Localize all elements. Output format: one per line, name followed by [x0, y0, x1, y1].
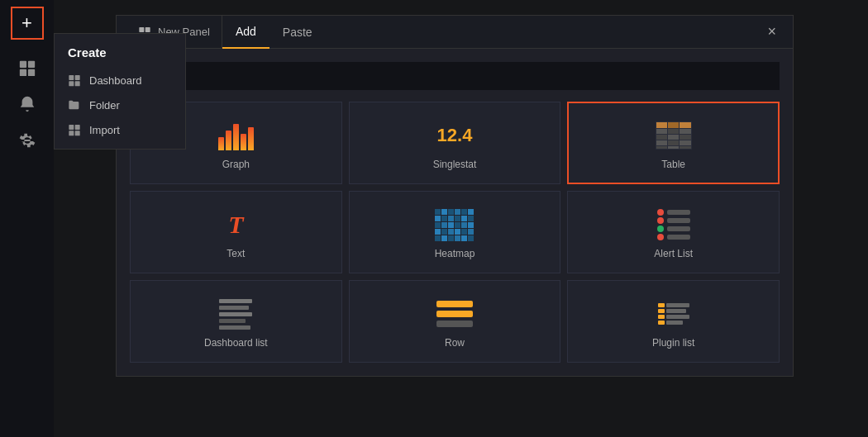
- svg-rect-11: [75, 131, 80, 135]
- panel-item-text[interactable]: T Text: [130, 191, 342, 273]
- panel-item-plugin-list[interactable]: Plugin list: [567, 280, 780, 363]
- panel-item-table[interactable]: Table: [567, 102, 780, 184]
- create-menu-title: Create: [55, 40, 185, 68]
- row-icon: [435, 297, 475, 330]
- panel-item-alert-list-label: Alert List: [654, 248, 693, 259]
- svg-rect-28: [680, 140, 691, 145]
- svg-rect-3: [27, 69, 34, 76]
- svg-rect-18: [668, 122, 679, 128]
- modal-body: Graph 12.4 Singlestat: [117, 49, 793, 376]
- create-menu-item-folder[interactable]: Folder: [55, 93, 185, 117]
- svg-rect-21: [668, 129, 679, 134]
- svg-rect-22: [680, 129, 691, 134]
- sidebar: +: [0, 0, 54, 437]
- panel-item-graph-label: Graph: [222, 159, 250, 170]
- svg-rect-1: [27, 61, 34, 68]
- svg-rect-6: [69, 81, 74, 86]
- search-input[interactable]: [130, 62, 780, 90]
- panel-item-singlestat[interactable]: 12.4 Singlestat: [349, 102, 561, 184]
- panel-item-plugin-list-label: Plugin list: [652, 337, 694, 349]
- panel-item-heatmap[interactable]: Heatmap: [349, 191, 561, 273]
- singlestat-icon: 12.4: [435, 119, 475, 152]
- sidebar-item-settings[interactable]: [11, 124, 44, 157]
- panel-item-row[interactable]: Row: [349, 280, 561, 363]
- panel-modal: New Panel Add Paste × Graph: [116, 15, 794, 377]
- panel-item-singlestat-label: Singlestat: [433, 159, 477, 170]
- heatmap-icon: [435, 208, 475, 241]
- svg-rect-30: [668, 146, 679, 149]
- modal-header: New Panel Add Paste ×: [117, 16, 793, 49]
- dashboard-list-icon: [216, 297, 255, 330]
- panel-item-table-label: Table: [661, 159, 685, 170]
- svg-rect-5: [75, 75, 80, 80]
- svg-rect-10: [69, 131, 74, 135]
- modal-close-button[interactable]: ×: [761, 23, 783, 40]
- table-icon: [654, 119, 694, 152]
- svg-rect-26: [656, 140, 667, 145]
- create-menu-folder-label: Folder: [89, 99, 120, 112]
- svg-rect-8: [69, 125, 74, 130]
- sidebar-item-alerts[interactable]: [11, 88, 44, 121]
- svg-rect-9: [75, 125, 80, 130]
- svg-rect-29: [656, 146, 667, 149]
- svg-rect-19: [680, 122, 691, 128]
- panel-item-row-label: Row: [445, 337, 465, 349]
- svg-rect-20: [656, 129, 667, 134]
- svg-rect-4: [69, 75, 74, 80]
- tab-paste[interactable]: Paste: [269, 16, 326, 49]
- svg-rect-17: [656, 122, 667, 128]
- panel-item-dashboard-list-label: Dashboard list: [204, 337, 268, 349]
- svg-rect-12: [139, 27, 144, 32]
- create-menu-item-import[interactable]: Import: [55, 117, 185, 142]
- panel-item-text-label: Text: [227, 248, 245, 259]
- graph-icon: [216, 119, 255, 152]
- panel-item-alert-list[interactable]: Alert List: [567, 191, 780, 273]
- create-menu-import-label: Import: [89, 124, 120, 136]
- alert-list-icon: [654, 208, 694, 241]
- panel-item-heatmap-label: Heatmap: [435, 248, 475, 259]
- svg-rect-0: [19, 61, 26, 68]
- svg-rect-23: [656, 135, 667, 140]
- create-menu-item-dashboard[interactable]: Dashboard: [55, 68, 185, 93]
- panel-grid: Graph 12.4 Singlestat: [130, 102, 780, 363]
- svg-rect-27: [668, 140, 679, 145]
- create-menu: Create Dashboard Folder Import: [54, 33, 186, 150]
- sidebar-item-home[interactable]: [11, 51, 44, 84]
- panel-item-dashboard-list[interactable]: Dashboard list: [130, 280, 342, 363]
- svg-rect-2: [19, 69, 26, 76]
- create-menu-dashboard-label: Dashboard: [89, 74, 142, 87]
- svg-rect-24: [668, 135, 679, 140]
- add-button[interactable]: +: [11, 7, 44, 40]
- svg-rect-7: [75, 81, 80, 86]
- text-icon: T: [216, 208, 255, 241]
- plugin-list-icon: [654, 297, 694, 330]
- svg-rect-25: [680, 135, 691, 140]
- tab-add[interactable]: Add: [222, 16, 269, 49]
- svg-rect-13: [145, 27, 150, 32]
- svg-rect-31: [680, 146, 691, 149]
